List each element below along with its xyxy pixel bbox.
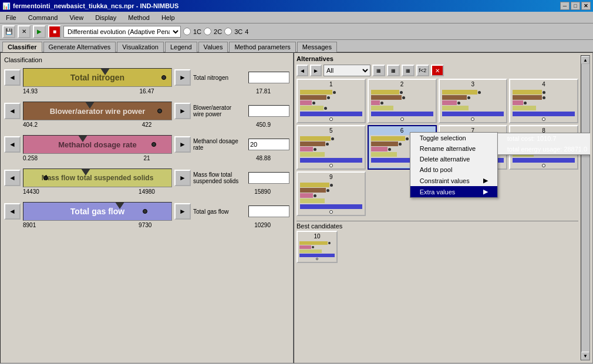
menu-display[interactable]: Display <box>92 13 120 22</box>
methanol-max: 48.88 <box>256 155 271 161</box>
menu-file[interactable]: File <box>2 13 20 22</box>
scroll-down-btn[interactable]: ▼ <box>581 352 589 360</box>
app-icon: 📊 <box>2 2 11 10</box>
ctx-extra-values[interactable]: Extra values ▶ total cost: 1010.7 total … <box>410 186 497 197</box>
submenu-total-cost[interactable]: total cost: 1010.7 <box>498 133 590 144</box>
methanol-value[interactable] <box>248 139 289 150</box>
tool-btn-2[interactable]: ✕ <box>18 25 31 38</box>
gasflow-right-btn[interactable]: ► <box>174 203 191 220</box>
best-card-10[interactable]: 10 <box>296 231 338 263</box>
tab-classifier[interactable]: Classifier <box>2 42 42 52</box>
methanol-right-btn[interactable]: ► <box>174 136 191 153</box>
main-content: Classification ◄ Total nitrogen ► Total … <box>0 52 593 363</box>
alt-next-btn[interactable]: ► <box>310 65 322 76</box>
gasflow-value[interactable] <box>248 205 289 217</box>
tab-bar: Classifier Generate Alternatives Visuali… <box>0 40 593 52</box>
menu-command[interactable]: Command <box>25 13 62 22</box>
methanol-mid: 21 <box>143 155 150 161</box>
right-scrollbar[interactable]: ▲ ▼ <box>581 55 590 360</box>
alt-card-3[interactable]: 3 <box>439 79 508 123</box>
massflow-left-btn[interactable]: ◄ <box>4 170 21 186</box>
menu-view[interactable]: View <box>66 13 87 22</box>
tab-generate[interactable]: Generate Alternatives <box>43 42 116 52</box>
gasflow-label: Total gas flow <box>193 208 246 215</box>
methanol-min: 0.258 <box>23 155 38 161</box>
massflow-min: 14430 <box>23 188 39 195</box>
minimize-button[interactable]: ─ <box>560 2 570 10</box>
menu-help[interactable]: Help <box>158 13 178 22</box>
blower-bar-label: Blower/aerator wire power <box>50 107 146 116</box>
tab-messages[interactable]: Messages <box>297 42 337 52</box>
methanol-left-btn[interactable]: ◄ <box>4 136 21 153</box>
algorithm-dropdown[interactable]: Differential evolution (Adaptive Penalti… <box>63 26 181 38</box>
alternatives-title: Alternatives <box>296 55 333 62</box>
tool-btn-stop[interactable]: ■ <box>48 25 61 38</box>
methanol-label: Methanol dosagerate <box>193 138 246 151</box>
maximize-button[interactable]: □ <box>571 2 580 10</box>
alt-card-5[interactable]: 5 <box>296 125 366 170</box>
radio-2c[interactable] <box>204 28 211 35</box>
nitrogen-slider[interactable]: Total nitrogen <box>23 68 172 87</box>
alt-grid-btn-2[interactable]: ▦ <box>387 65 400 76</box>
menu-method[interactable]: Method <box>124 13 153 22</box>
submenu-total-energy[interactable]: total energy usage: 28871.0 <box>498 144 590 154</box>
nitrogen-right-btn[interactable]: ► <box>174 69 191 86</box>
methanol-bar-label: Methanol dosage rate <box>58 140 137 149</box>
left-panel: Classification ◄ Total nitrogen ► Total … <box>0 52 294 363</box>
tab-legend[interactable]: Legend <box>165 42 197 52</box>
tool-btn-run[interactable]: ▶ <box>33 25 46 38</box>
massflow-right-btn[interactable]: ► <box>174 170 191 186</box>
radio-group: 1C 2C 3C 4 <box>183 28 248 35</box>
alt-prev-btn[interactable]: ◄ <box>296 65 308 76</box>
nitrogen-max: 17.81 <box>256 88 271 95</box>
massflow-value[interactable] <box>248 172 289 184</box>
title-bar: 📊 fermentointi_newbasict_tiukka_ncs.npr … <box>0 0 593 12</box>
alt-close-btn[interactable]: ✕ <box>431 65 444 76</box>
alt-func-btn[interactable]: f<2 <box>416 65 429 76</box>
alt-card-4[interactable]: 4 <box>509 79 578 123</box>
methanol-slider[interactable]: Methanol dosage rate <box>23 135 172 154</box>
nitrogen-value[interactable] <box>248 72 289 83</box>
radio-3c[interactable] <box>224 28 232 35</box>
massflow-slider[interactable]: Mass flow total suspended solids <box>23 168 172 187</box>
slider-row-gasflow: ◄ Total gas flow ► Total gas flow 8901 9… <box>4 200 289 228</box>
blower-value[interactable] <box>248 105 289 117</box>
ctx-rename[interactable]: Rename alternative <box>410 143 497 154</box>
alt-grid-btn-3[interactable]: ▦ <box>402 65 415 76</box>
window-title: fermentointi_newbasict_tiukka_ncs.npr - … <box>13 2 178 9</box>
slider-row-methanol: ◄ Methanol dosage rate ► Methanol dosage… <box>4 133 289 161</box>
alt-card-1[interactable]: 1 <box>296 79 366 123</box>
gasflow-min: 8901 <box>23 222 36 228</box>
alt-card-2[interactable]: 2 <box>368 79 437 123</box>
nitrogen-label: Total nitrogen <box>193 75 246 81</box>
alt-grid-btn-1[interactable]: ▦ <box>372 65 385 76</box>
alt-filter-dropdown[interactable]: All <box>324 65 370 76</box>
ctx-constraint-values[interactable]: Constraint values ▶ <box>410 175 497 186</box>
scroll-up-btn[interactable]: ▲ <box>581 56 589 64</box>
nitrogen-left-btn[interactable]: ◄ <box>4 69 21 86</box>
tab-method-params[interactable]: Method parameters <box>229 42 295 52</box>
tool-btn-1[interactable]: 💾 <box>2 25 15 38</box>
blower-mid: 422 <box>142 122 152 128</box>
ctx-add-pool[interactable]: Add to pool <box>410 164 497 175</box>
close-button[interactable]: ✕ <box>581 2 591 10</box>
right-panel: Alternatives ◄ ► All ▦ ▦ ▦ f<2 ✕ <box>294 52 593 363</box>
gasflow-left-btn[interactable]: ◄ <box>4 203 21 220</box>
radio-1c[interactable] <box>183 28 191 35</box>
tab-values[interactable]: Values <box>198 42 228 52</box>
gasflow-slider[interactable]: Total gas flow <box>23 202 172 221</box>
alt-card-9[interactable]: 9 <box>296 171 366 216</box>
gasflow-mid: 9730 <box>139 222 151 228</box>
menu-bar: File Command View Display Method Help <box>0 12 593 23</box>
massflow-mid: 14980 <box>139 188 155 195</box>
ctx-toggle-selection[interactable]: Toggle selection <box>410 133 497 143</box>
blower-slider[interactable]: Blower/aerator wire power <box>23 102 172 120</box>
blower-left-btn[interactable]: ◄ <box>4 103 21 119</box>
tab-visualization[interactable]: Visualization <box>117 42 164 52</box>
slider-row-blower: ◄ Blower/aerator wire power ► Blower/aer… <box>4 99 289 128</box>
blower-min: 404.2 <box>23 122 38 128</box>
alternatives-header: Alternatives <box>296 55 578 62</box>
blower-right-btn[interactable]: ► <box>174 103 191 119</box>
alt-card-6[interactable]: 6 <box>368 125 437 170</box>
ctx-delete[interactable]: Delete alternative <box>410 154 497 164</box>
